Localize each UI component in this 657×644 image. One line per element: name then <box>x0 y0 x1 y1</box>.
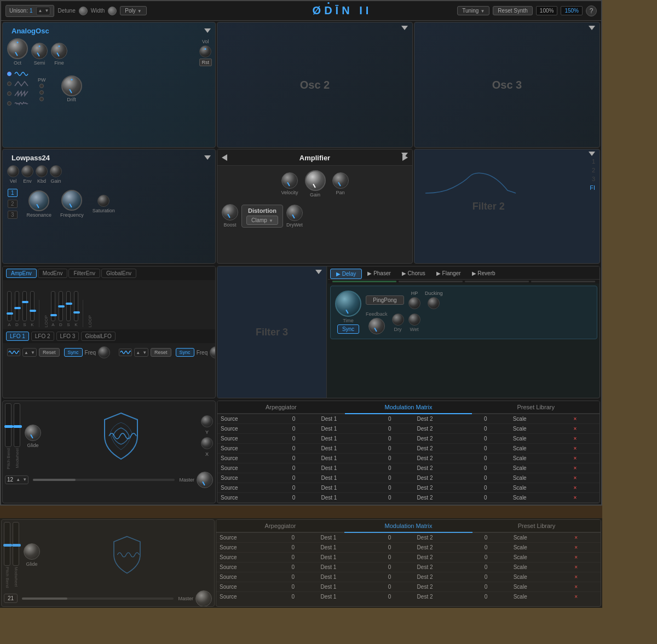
env-tab-filterenv[interactable]: FilterEnv <box>68 269 100 278</box>
mod-cell-2-1[interactable]: 0 <box>289 434 318 444</box>
mod-cell-1-4[interactable]: Dest 2 <box>414 424 481 434</box>
filter1-res-knob[interactable] <box>28 190 49 211</box>
mod-cell-7-3[interactable]: 0 <box>385 483 414 493</box>
mod-cell-2-0[interactable]: Source <box>217 434 289 444</box>
mod-cell-7-6[interactable]: Scale <box>510 483 570 493</box>
mod-cell-3-6[interactable]: Scale <box>510 444 570 454</box>
fx-tab-chorus[interactable]: ▶ Chorus <box>396 269 431 279</box>
mod-cell-3-2[interactable]: Dest 1 <box>318 444 385 454</box>
mod-cell-5-7[interactable]: × <box>570 463 600 473</box>
filter1-btn1[interactable]: 1 <box>8 189 18 197</box>
osc1-dropdown[interactable] <box>204 28 211 33</box>
adsr1-d-track[interactable] <box>15 291 19 321</box>
zoom-100[interactable]: 100% <box>536 6 558 15</box>
y-knob[interactable] <box>201 415 213 427</box>
mod-cell-6-3[interactable]: 0 <box>385 473 414 483</box>
adsr1-a-track[interactable] <box>7 291 11 321</box>
mod-cell-2-3[interactable]: 0 <box>385 434 414 444</box>
adsr1-s-track[interactable] <box>22 291 27 321</box>
delay-ducking-knob[interactable] <box>428 297 440 309</box>
tab-arpeggiator[interactable]: Arpeggiator <box>217 401 345 414</box>
mod-cell-5-4[interactable]: Dest 2 <box>414 463 481 473</box>
mod-cell-4-4[interactable]: Dest 2 <box>414 454 481 463</box>
env-tab-ampenv[interactable]: AmpEnv <box>6 269 37 278</box>
filter1-env-knob[interactable] <box>21 165 33 177</box>
clamp-button[interactable]: Clamp <box>246 216 278 225</box>
mod-cell-8-2[interactable]: Dest 1 <box>318 493 385 503</box>
fx-tab-flanger[interactable]: ▶ Flanger <box>431 269 466 279</box>
mod-cell-0-2[interactable]: Dest 1 <box>318 414 385 424</box>
width-knob[interactable] <box>108 7 117 15</box>
mod-cell-8-4[interactable]: Dest 2 <box>414 493 481 503</box>
mod-cell-7-2[interactable]: Dest 1 <box>318 483 385 493</box>
lfo1-reset-btn[interactable]: Reset <box>39 348 60 357</box>
adsr1-k-track[interactable] <box>30 291 34 321</box>
lfo2-step-up[interactable]: ▲ <box>135 349 141 356</box>
mod-cell-2-6[interactable]: Scale <box>510 434 570 444</box>
pw-dot1[interactable] <box>39 84 44 88</box>
amp-prev-btn[interactable] <box>222 154 227 161</box>
mod-cell-4-7[interactable]: × <box>570 454 600 463</box>
mod-cell-0-3[interactable]: 0 <box>385 414 414 424</box>
adsr2-a-track[interactable] <box>51 291 55 321</box>
amp-gain-knob[interactable] <box>305 170 326 191</box>
mod-cell-6-6[interactable]: Scale <box>510 473 570 483</box>
mod-cell-2-2[interactable]: Dest 1 <box>318 434 385 444</box>
mod-cell-4-3[interactable]: 0 <box>385 454 414 463</box>
tab-mod-matrix[interactable]: Modulation Matrix <box>345 401 472 414</box>
mod-cell-8-3[interactable]: 0 <box>385 493 414 503</box>
wave-tri[interactable] <box>14 80 29 88</box>
adsr2-s-track[interactable] <box>66 291 71 321</box>
mod-cell-0-5[interactable]: 0 <box>481 414 510 424</box>
mod-cell-3-1[interactable]: 0 <box>289 444 318 454</box>
detune-knob[interactable] <box>79 7 88 15</box>
osc1-drift-knob[interactable] <box>61 76 82 96</box>
delay-pingpong-btn[interactable]: PingPong <box>366 295 404 305</box>
mod-cell-2-4[interactable]: Dest 2 <box>414 434 481 444</box>
delay-time-knob[interactable] <box>335 291 361 317</box>
mod-cell-1-3[interactable]: 0 <box>385 424 414 434</box>
mod-cell-3-7[interactable]: × <box>570 444 600 454</box>
osc1-oct-knob[interactable] <box>7 38 28 59</box>
mod-cell-3-0[interactable]: Source <box>217 444 289 454</box>
pw-dot2[interactable] <box>39 90 44 95</box>
mod-cell-4-2[interactable]: Dest 1 <box>318 454 385 463</box>
lfo1-step-down[interactable]: ▼ <box>30 349 36 356</box>
mod-cell-7-1[interactable]: 0 <box>289 483 318 493</box>
mod-cell-8-1[interactable]: 0 <box>289 493 318 503</box>
help-button[interactable]: ? <box>586 5 597 16</box>
mod-cell-7-7[interactable]: × <box>570 483 600 493</box>
mod-cell-1-1[interactable]: 0 <box>289 424 318 434</box>
poly-button[interactable]: Poly <box>120 6 146 15</box>
reset-synth-button[interactable]: Reset Synth <box>493 6 532 15</box>
voice-count-stepper[interactable]: 12 ▲ ▼ <box>5 475 28 484</box>
mod-cell-6-0[interactable]: Source <box>217 473 289 483</box>
mod-cell-6-7[interactable]: × <box>570 473 600 483</box>
mod-cell-5-1[interactable]: 0 <box>289 463 318 473</box>
mod-cell-0-0[interactable]: Source <box>217 414 289 424</box>
mod-cell-1-5[interactable]: 0 <box>481 424 510 434</box>
fx-tab-phaser[interactable]: ▶ Phaser <box>362 269 396 279</box>
mod-cell-0-4[interactable]: Dest 2 <box>414 414 481 424</box>
osc1-rst-button[interactable]: Rst <box>199 59 212 66</box>
filter3-dropdown[interactable] <box>315 270 322 274</box>
mod-cell-4-5[interactable]: 0 <box>481 454 510 463</box>
mod-cell-6-4[interactable]: Dest 2 <box>414 473 481 483</box>
osc1-fine-knob[interactable] <box>51 43 67 59</box>
mod-cell-1-0[interactable]: Source <box>217 424 289 434</box>
lfo2-freq-knob[interactable] <box>210 346 216 358</box>
amp-boost-knob[interactable] <box>222 204 238 221</box>
mod-cell-5-2[interactable]: Dest 1 <box>318 463 385 473</box>
wave-unsel-1[interactable] <box>7 82 11 86</box>
filter1-vel-knob[interactable] <box>7 165 19 177</box>
master-knob[interactable] <box>197 472 213 488</box>
lfo2-wave-btn[interactable] <box>119 349 132 356</box>
mod-cell-3-5[interactable]: 0 <box>481 444 510 454</box>
adsr2-k-track[interactable] <box>74 291 78 321</box>
mod-cell-7-5[interactable]: 0 <box>481 483 510 493</box>
mod-cell-3-3[interactable]: 0 <box>385 444 414 454</box>
mod-wheel-slider[interactable] <box>14 403 20 447</box>
adsr2-d-track[interactable] <box>59 291 63 321</box>
osc1-vol-knob[interactable] <box>199 45 211 57</box>
wave-unsel-3[interactable] <box>7 101 11 106</box>
